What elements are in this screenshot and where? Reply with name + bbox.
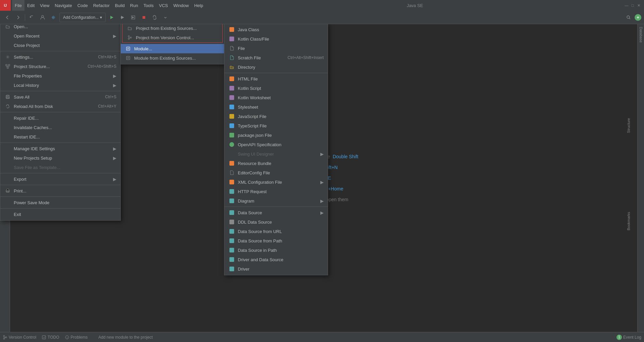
toolbar-undo-button[interactable] xyxy=(27,13,37,22)
menu-html-file[interactable]: HTML File xyxy=(224,74,328,83)
user-button[interactable] xyxy=(38,13,47,22)
menu-js-file[interactable]: JavaScript File xyxy=(224,112,328,121)
menu-open-recent[interactable]: Open Recent ▶ xyxy=(0,31,120,41)
menu-kotlin-script[interactable]: Kotlin Script xyxy=(224,83,328,93)
menu-editorconfig[interactable]: EditorConfig File xyxy=(224,168,328,177)
menu-http-request[interactable]: HTTP Request xyxy=(224,187,328,196)
toolbar-back-button[interactable] xyxy=(3,13,12,22)
toolbar-stop-button[interactable] xyxy=(139,13,149,22)
menu-project-existing[interactable]: Project from Existing Sources... xyxy=(122,23,222,33)
menu-navigate[interactable]: Navigate xyxy=(52,0,74,11)
menu-java-class-label: Java Class xyxy=(238,27,324,32)
menu-driver-data-source[interactable]: Driver and Data Source xyxy=(224,255,328,264)
menu-refactor[interactable]: Refactor xyxy=(91,0,112,11)
menu-data-source[interactable]: Data Source ▶ xyxy=(224,208,328,217)
svg-rect-24 xyxy=(6,97,9,98)
version-control-status[interactable]: Version Control xyxy=(3,335,36,340)
run-button[interactable] xyxy=(107,13,116,22)
menu-repair-ide[interactable]: Repair IDE... xyxy=(0,113,120,123)
minimize-button[interactable]: — xyxy=(624,3,629,8)
menu-http-label: HTTP Request xyxy=(238,189,324,194)
menu-data-source-in-path[interactable]: Data Source in Path xyxy=(224,245,328,255)
menu-directory[interactable]: Directory xyxy=(224,62,328,72)
menu-reload[interactable]: Reload All from Disk Ctrl+Alt+Y xyxy=(0,102,120,111)
menu-ts-file[interactable]: TypeScript File xyxy=(224,121,328,130)
menu-close-project[interactable]: Close Project xyxy=(0,41,120,50)
menu-edit[interactable]: Edit xyxy=(24,0,37,11)
ts-icon xyxy=(228,122,235,129)
menu-xml-config[interactable]: XML Configuration File ▶ xyxy=(224,177,328,187)
todo-label: TODO xyxy=(48,335,59,340)
menu-file[interactable]: File xyxy=(224,44,328,53)
menu-kotlin-class-label: Kotlin Class/File xyxy=(238,37,324,42)
stylesheet-icon xyxy=(228,104,235,110)
menu-data-source-url[interactable]: Data Source from URL xyxy=(224,227,328,236)
menu-restart-ide[interactable]: Restart IDE... xyxy=(0,132,120,141)
database-panel-label[interactable]: Database xyxy=(638,24,644,45)
menu-local-history[interactable]: Local History ▶ xyxy=(0,80,120,90)
menu-manage-ide[interactable]: Manage IDE Settings ▶ xyxy=(0,144,120,153)
toolbar-chevron-down-icon[interactable] xyxy=(161,13,170,22)
menu-file[interactable]: File xyxy=(12,0,24,11)
menu-stylesheet[interactable]: Stylesheet xyxy=(224,102,328,112)
menu-scratch[interactable]: Scratch File Ctrl+Alt+Shift+Insert xyxy=(224,53,328,62)
toolbar-settings-icon[interactable] xyxy=(49,13,58,22)
menu-java-class[interactable]: Java Class xyxy=(224,25,328,34)
todo-status[interactable]: TODO xyxy=(42,335,59,340)
vcs-icon xyxy=(126,34,133,41)
menu-directory-label: Directory xyxy=(238,65,324,70)
menu-package-json[interactable]: package.json File xyxy=(224,130,328,140)
event-log-status[interactable]: Event Log xyxy=(623,335,641,340)
menu-new-projects-setup[interactable]: New Projects Setup ▶ xyxy=(0,153,120,163)
menu-run[interactable]: Run xyxy=(127,0,141,11)
menu-export[interactable]: Export ▶ xyxy=(0,174,120,184)
menu-project-vcs[interactable]: Project from Version Control... xyxy=(122,33,222,42)
menu-driver[interactable]: Driver xyxy=(224,264,328,274)
menu-ddl-data-source[interactable]: DDL Data Source xyxy=(224,217,328,227)
menu-ds-url-label: Data Source from URL xyxy=(238,229,324,234)
structure-panel-label[interactable]: Structure xyxy=(627,118,631,133)
menu-kotlin-class[interactable]: Kotlin Class/File xyxy=(224,34,328,44)
menu-openapi[interactable]: OpenAPI Specification xyxy=(224,140,328,149)
menu-module[interactable]: Module... xyxy=(121,44,224,53)
menu-kotlin-worksheet[interactable]: Kotlin Worksheet xyxy=(224,93,328,102)
menu-print[interactable]: Print... xyxy=(0,186,120,195)
menu-save-all-label: Save All xyxy=(14,95,97,100)
java-class-icon xyxy=(228,26,235,33)
menu-module-existing[interactable]: Module from Existing Sources... xyxy=(121,53,224,63)
add-configuration-button[interactable]: Add Configuration... ▾ xyxy=(59,13,106,22)
close-button[interactable]: ✕ xyxy=(636,3,641,8)
menu-exit[interactable]: Exit xyxy=(0,210,120,219)
maximize-button[interactable]: □ xyxy=(630,3,635,8)
menu-resource-bundle[interactable]: Resource Bundle xyxy=(224,159,328,168)
menu-project-structure[interactable]: Project Structure... Ctrl+Alt+Shift+S xyxy=(0,62,120,71)
menu-window[interactable]: Window xyxy=(171,0,192,11)
menu-code[interactable]: Code xyxy=(75,0,91,11)
toolbar-run2-button[interactable] xyxy=(128,13,138,22)
menu-diagram[interactable]: Diagram ▶ xyxy=(224,196,328,206)
menu-file-properties[interactable]: File Properties ▶ xyxy=(0,71,120,80)
menu-data-source-path[interactable]: Data Source from Path xyxy=(224,236,328,245)
menu-tools[interactable]: Tools xyxy=(141,0,156,11)
menu-invalidate[interactable]: Invalidate Caches... xyxy=(0,123,120,132)
notifications-button[interactable] xyxy=(635,14,641,21)
add-config-label: Add Configuration... xyxy=(63,15,99,20)
problems-status[interactable]: ! Problems xyxy=(65,335,88,340)
toolbar-forward-button[interactable] xyxy=(13,13,23,22)
print-icon xyxy=(4,187,11,194)
problems-label: Problems xyxy=(71,335,88,340)
menu-xml-config-label: XML Configuration File xyxy=(238,180,318,185)
menu-vcs[interactable]: VCS xyxy=(156,0,171,11)
search-everywhere-button[interactable] xyxy=(624,13,633,22)
menu-power-save-label: Power Save Mode xyxy=(14,200,116,205)
bookmarks-panel-label[interactable]: Bookmarks xyxy=(627,212,631,230)
toolbar-reload-button[interactable] xyxy=(150,13,159,22)
menu-power-save[interactable]: Power Save Mode xyxy=(0,198,120,207)
menu-build[interactable]: Build xyxy=(112,0,127,11)
debug-button[interactable] xyxy=(118,13,127,22)
menu-settings[interactable]: Settings... Ctrl+Alt+S xyxy=(0,52,120,62)
svg-point-6 xyxy=(637,17,639,18)
menu-help[interactable]: Help xyxy=(192,0,206,11)
menu-save-all[interactable]: Save All Ctrl+S xyxy=(0,92,120,102)
menu-view[interactable]: View xyxy=(37,0,52,11)
